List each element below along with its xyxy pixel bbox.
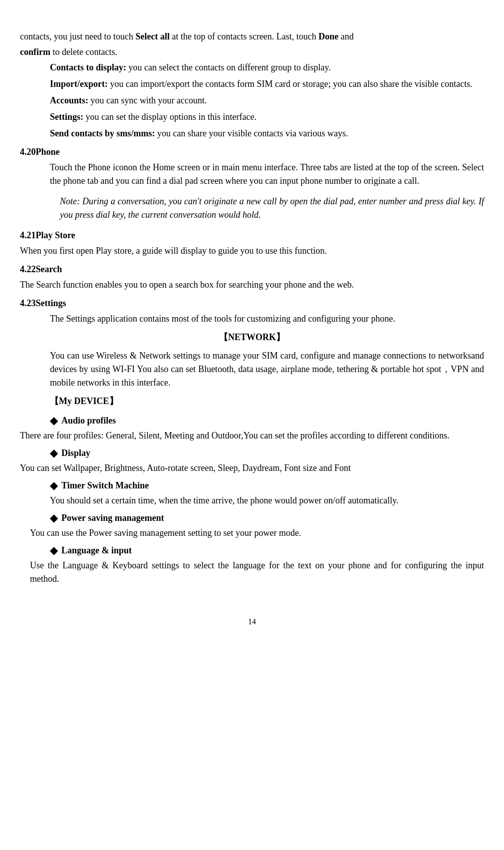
- settings-app-body: The Settings application contains most o…: [50, 312, 484, 326]
- note-text: Note: During a conversation, you can't o…: [60, 195, 484, 222]
- section-421-heading: 4.21Play Store: [20, 229, 484, 242]
- language-body: Use the Language & Keyboard settings to …: [30, 559, 484, 586]
- accounts-text: you can sync with your account.: [88, 95, 207, 105]
- network-heading: 【NETWORK】: [20, 331, 484, 344]
- section-420-heading: 4.20Phone: [20, 145, 484, 159]
- intro-paragraph-2: confirm to delete contacts.: [20, 45, 484, 59]
- section-422-heading: 4.22Search: [20, 263, 484, 276]
- display-heading-row: ◆ Display: [50, 445, 484, 460]
- intro-paragraph-1: contacts, you just need to touch Select …: [20, 30, 484, 43]
- timer-body: You should set a certain time, when the …: [50, 494, 484, 507]
- diamond-icon-display: ◆: [50, 445, 57, 460]
- display-heading-label: Display: [61, 446, 90, 460]
- contacts-display-text: you can select the contacts on different…: [126, 62, 331, 72]
- intro-text-end: and: [338, 31, 354, 41]
- import-export-para: Import/export: you can import/export the…: [50, 77, 484, 91]
- audio-profiles-body: There are four profiles: General, Silent…: [20, 429, 484, 442]
- settings-label: Settings:: [50, 112, 83, 122]
- accounts-para: Accounts: you can sync with your account…: [50, 94, 484, 107]
- select-all-bold: Select all: [135, 31, 169, 41]
- confirm-text: to delete contacts.: [50, 47, 117, 57]
- power-heading-label: Power saving management: [61, 511, 164, 525]
- network-body: You can use Wireless & Network settings …: [50, 349, 484, 390]
- import-export-text: you can import/export the contacts form …: [108, 79, 473, 89]
- diamond-icon-power: ◆: [50, 510, 57, 525]
- audio-profiles-heading-row: ◆ Audio profiles: [50, 413, 484, 428]
- contacts-display-label: Contacts to display:: [50, 62, 126, 72]
- send-contacts-para: Send contacts by sms/mms: you can share …: [50, 127, 484, 140]
- confirm-bold: confirm: [20, 47, 50, 57]
- send-contacts-text: you can share your visible contacts via …: [155, 128, 348, 138]
- language-section: ◆ Language & input: [50, 543, 484, 558]
- display-body: You can set Wallpaper, Brightness, Auto-…: [20, 461, 484, 475]
- diamond-icon-audio: ◆: [50, 413, 57, 428]
- settings-text: you can set the display options in this …: [83, 112, 256, 122]
- timer-heading-label: Timer Switch Machine: [61, 479, 149, 492]
- power-body: You can use the Power saving management …: [30, 526, 484, 540]
- diamond-icon-language: ◆: [50, 543, 57, 558]
- audio-profiles-heading-label: Audio profiles: [61, 414, 116, 427]
- section-423-heading: 4.23Settings: [20, 297, 484, 310]
- search-body: The Search function enables you to open …: [20, 278, 484, 292]
- intro-text-1: contacts, you just need to touch: [20, 31, 135, 41]
- playstore-body: When you first open Play store, a guide …: [20, 244, 484, 258]
- diamond-icon-timer: ◆: [50, 478, 57, 493]
- power-section: ◆ Power saving management: [50, 510, 484, 525]
- language-heading-row: ◆ Language & input: [50, 543, 484, 558]
- settings-para: Settings: you can set the display option…: [50, 110, 484, 124]
- my-device-section: 【My DEVICE】 ◆ Audio profiles: [50, 395, 484, 428]
- import-export-label: Import/export:: [50, 79, 108, 89]
- intro-text-mid: at the top of contacts screen. Last, tou…: [170, 31, 318, 41]
- page-content: contacts, you just need to touch Select …: [20, 30, 484, 628]
- send-contacts-label: Send contacts by sms/mms:: [50, 128, 155, 138]
- page-number: 14: [20, 616, 484, 628]
- mydevice-heading: 【My DEVICE】: [50, 395, 484, 408]
- timer-heading-row: ◆ Timer Switch Machine: [50, 478, 484, 493]
- phone-body: Touch the Phone iconon the Home screen o…: [50, 161, 484, 188]
- accounts-label: Accounts:: [50, 95, 88, 105]
- timer-section: ◆ Timer Switch Machine: [50, 478, 484, 493]
- language-heading-label: Language & input: [61, 544, 132, 557]
- done-bold: Done: [318, 31, 338, 41]
- display-section: ◆ Display: [50, 445, 484, 460]
- power-heading-row: ◆ Power saving management: [50, 510, 484, 525]
- contacts-display-para: Contacts to display: you can select the …: [50, 61, 484, 74]
